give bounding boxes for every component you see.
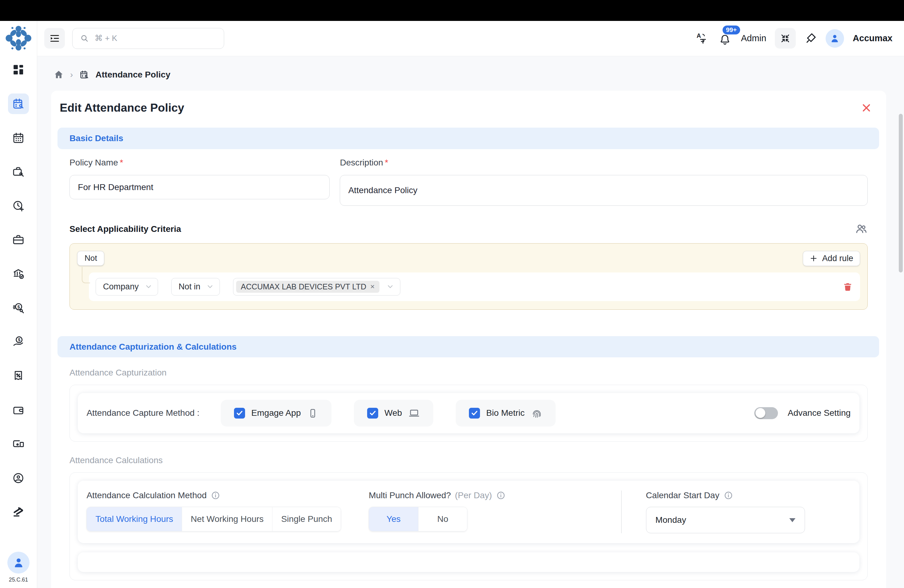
info-icon[interactable] <box>724 490 733 500</box>
page-title: Edit Attendance Policy <box>60 101 879 114</box>
rule-operator-select[interactable]: Not in <box>171 278 220 295</box>
chevron-down-icon <box>144 283 153 291</box>
account-name[interactable]: Accumax <box>853 33 892 43</box>
checkbox-checked <box>367 408 378 419</box>
sidebar-toggle-button[interactable] <box>44 28 65 49</box>
sidebar-item-devices-icon[interactable] <box>8 434 29 455</box>
svg-text:A: A <box>697 32 701 39</box>
theme-icon[interactable] <box>804 32 817 44</box>
plus-icon <box>809 254 818 262</box>
capture-option-emgage-app[interactable]: Emgage App <box>221 400 332 426</box>
breadcrumb-current[interactable]: Attendance Policy <box>95 70 170 80</box>
search-input[interactable]: ⌘ + K <box>72 28 224 49</box>
policy-name-label: Policy Name* <box>70 158 330 168</box>
capture-card: Attendance Capture Method : Emgage App W… <box>70 385 868 442</box>
rule-builder: Not Add rule Company <box>70 243 868 310</box>
app-version: 25.C.61 <box>9 577 28 583</box>
edit-policy-panel: Edit Attendance Policy Basic Details Pol… <box>51 91 886 588</box>
add-rule-button[interactable]: Add rule <box>803 251 860 266</box>
sidebar-item-payments-icon[interactable]: $ <box>8 332 29 352</box>
rule-field-select[interactable]: Company <box>96 278 158 295</box>
sidebar-item-briefcase-icon[interactable] <box>8 229 29 250</box>
description-label: Description* <box>340 158 868 168</box>
home-icon[interactable] <box>54 70 64 80</box>
sidebar-item-attendance-policy-icon[interactable] <box>8 93 29 114</box>
sidebar-item-briefcase-setup-icon[interactable] <box>8 161 29 182</box>
capture-method-label: Attendance Capture Method : <box>86 408 199 418</box>
advance-setting-label: Advance Setting <box>788 408 851 418</box>
calendar-start-group: Calendar Start Day Monday <box>646 490 805 533</box>
fullscreen-toggle-button[interactable] <box>775 28 796 49</box>
main-area: ⌘ + K A 99+ Admin <box>37 21 904 588</box>
advance-setting-toggle[interactable] <box>754 407 778 419</box>
fingerprint-icon <box>531 408 543 419</box>
calculation-method-tabs: Total Working Hours Net Working Hours Si… <box>86 507 341 532</box>
toggle-knob <box>755 408 765 418</box>
chevron-down-icon <box>386 283 394 291</box>
close-icon[interactable] <box>860 102 872 114</box>
not-operator-button[interactable]: Not <box>77 251 104 266</box>
sidebar-item-setup-icon[interactable] <box>8 501 29 523</box>
tab-net-working-hours[interactable]: Net Working Hours <box>182 507 272 531</box>
multi-punch-hint: (Per Day) <box>455 490 492 500</box>
rule-value-multiselect[interactable]: ACCUMAX LAB DEVICES PVT LTD × <box>233 278 400 295</box>
top-black-bar <box>0 0 904 21</box>
admin-role-label: Admin <box>741 33 766 43</box>
remove-tag-icon[interactable]: × <box>370 283 375 290</box>
capture-method-row: Attendance Capture Method : Emgage App W… <box>78 393 859 433</box>
sidebar-item-profile-icon[interactable] <box>8 468 29 488</box>
checkbox-checked <box>469 408 480 419</box>
description-input[interactable]: Attendance Policy <box>340 175 868 206</box>
laptop-icon <box>408 408 420 419</box>
next-settings-card-partial <box>78 552 859 572</box>
applicability-criteria-title: Select Applicability Criteria <box>70 224 181 234</box>
info-icon[interactable] <box>496 490 506 500</box>
multi-punch-yes[interactable]: Yes <box>369 507 418 531</box>
header-right-group: A 99+ Admin Accumax <box>695 28 893 49</box>
page-content: › Attendance Policy Edit Attendance Poli… <box>37 56 904 588</box>
basic-details-title: Basic Details <box>70 133 123 143</box>
advance-setting-group: Advance Setting <box>754 407 850 419</box>
multi-punch-no[interactable]: No <box>418 507 467 531</box>
sidebar-item-bank-approval-icon[interactable] <box>8 264 29 285</box>
notifications-button[interactable]: 99+ <box>718 31 732 46</box>
sidebar-item-tax-icon[interactable] <box>8 366 29 387</box>
svg-text:$: $ <box>17 304 20 309</box>
calculations-subsection-title: Attendance Calculations <box>70 455 868 465</box>
chevron-down-icon <box>206 283 214 291</box>
delete-rule-icon[interactable] <box>842 282 853 292</box>
sidebar-item-time-request-icon[interactable] <box>8 196 29 217</box>
sidebar-item-dashboard-icon[interactable] <box>8 59 29 80</box>
app-root: { "header": { "search_placeholder": "⌘ +… <box>0 0 904 588</box>
applicable-employees-icon[interactable] <box>855 222 868 236</box>
rule-row: Company Not in ACCUMAX LAB DEVICES PVT L… <box>89 272 860 301</box>
policy-name-input[interactable]: For HR Department <box>70 175 330 199</box>
dropdown-caret-icon <box>789 518 795 525</box>
vertical-scrollbar[interactable] <box>899 114 903 272</box>
capture-subsection-title: Attendance Capturization <box>70 368 868 378</box>
sidebar-item-wallet-icon[interactable] <box>8 400 29 420</box>
account-avatar[interactable] <box>826 29 844 47</box>
tab-single-punch[interactable]: Single Punch <box>272 507 341 531</box>
notification-badge: 99+ <box>722 25 740 34</box>
capture-option-web[interactable]: Web <box>354 400 433 426</box>
capture-options: Emgage App Web Bio M <box>221 400 556 426</box>
sidebar-footer: 25.C.61 <box>7 552 29 588</box>
svg-text:$: $ <box>18 338 21 342</box>
sidebar-item-payroll-settings-icon[interactable]: $ <box>8 298 29 319</box>
required-marker: * <box>385 158 388 167</box>
tab-total-working-hours[interactable]: Total Working Hours <box>87 507 182 531</box>
capture-section-header: Attendance Capturization & Calculations <box>57 336 879 357</box>
checkbox-checked <box>234 408 245 419</box>
calculations-row: Attendance Calculation Method Total Work… <box>78 481 859 543</box>
shell: $ $ 25.C.61 <box>0 21 904 588</box>
smartphone-icon <box>307 408 318 419</box>
capture-option-bio-metric[interactable]: Bio Metric <box>456 400 556 426</box>
sidebar-item-calendar-icon[interactable] <box>8 127 29 148</box>
sidebar-user-avatar[interactable] <box>7 552 29 574</box>
multi-punch-tabs: Yes No <box>369 507 467 532</box>
info-icon[interactable] <box>211 490 220 500</box>
calendar-start-day-select[interactable]: Monday <box>646 507 805 533</box>
translate-icon[interactable]: A <box>695 32 709 45</box>
multi-punch-label: Multi Punch Allowed? <box>369 490 451 500</box>
